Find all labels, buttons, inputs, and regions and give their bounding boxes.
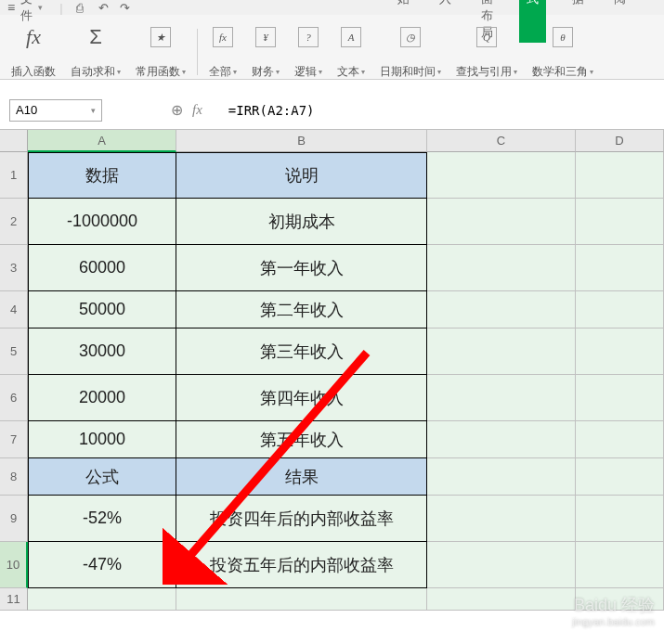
row-header-9[interactable]: 9 [0,496,28,542]
formula-input[interactable] [221,99,655,122]
col-header-c[interactable]: C [427,130,576,152]
lookup-icon: Q [476,24,497,50]
active-cell-ref: A10 [16,103,37,117]
cell-c4[interactable] [427,291,576,328]
cell-d10[interactable] [576,542,664,588]
cell-a4[interactable]: 50000 [28,291,176,328]
tool-autosum[interactable]: Σ 自动求和▾ [65,24,126,80]
cell-b1[interactable]: 说明 [176,152,427,199]
cell-b5[interactable]: 第三年收入 [176,328,427,375]
cell-c6[interactable] [427,375,576,421]
text-icon: A [341,24,361,50]
row-header-6[interactable]: 6 [0,375,28,421]
cell-c7[interactable] [427,421,576,458]
cell-c3[interactable] [427,245,576,291]
clock-icon: ◷ [400,24,421,50]
cell-a3[interactable]: 60000 [28,245,176,291]
cell-a6[interactable]: 20000 [28,375,176,421]
cell-c5[interactable] [427,328,576,375]
menu-icon[interactable]: ≡ [7,0,15,15]
tool-insert-function[interactable]: fx 插入函数 [6,24,61,80]
cell-a5[interactable]: 30000 [28,328,176,375]
cell-b10[interactable]: 投资五年后的内部收益率 [176,542,427,588]
row-header-10[interactable]: 10 [0,542,28,588]
row-header-11[interactable]: 11 [0,588,28,611]
star-fx-icon: ★ [150,24,171,50]
row-header-3[interactable]: 3 [0,245,28,291]
cell-d2[interactable] [576,199,664,245]
cell-c1[interactable] [427,152,576,199]
cell-d6[interactable] [576,375,664,421]
spreadsheet-grid[interactable]: A B C D 1 数据 说明 2 -1000000 初期成本 3 60000 … [0,130,664,611]
tool-lookup-ref[interactable]: Q 查找与引用▾ [450,24,523,80]
col-header-d[interactable]: D [576,130,664,152]
row-header-5[interactable]: 5 [0,328,28,375]
tool-logical[interactable]: ? 逻辑▾ [289,24,328,80]
name-box[interactable]: A10 ▾ [9,99,102,122]
cell-c2[interactable] [427,199,576,245]
cell-b11[interactable] [176,588,427,611]
cell-d4[interactable] [576,291,664,328]
row-header-7[interactable]: 7 [0,421,28,458]
col-header-b[interactable]: B [176,130,427,152]
cell-b6[interactable]: 第四年收入 [176,375,427,421]
save-icon[interactable]: ⎙ [76,1,84,15]
fx-icon[interactable]: fx [192,102,202,118]
row-header-8[interactable]: 8 [0,458,28,496]
cell-c9[interactable] [427,496,576,542]
chevron-down-icon: ▾ [38,3,43,12]
cell-c8[interactable] [427,458,576,496]
tool-common-functions[interactable]: ★ 常用函数▾ [130,24,191,80]
cell-d8[interactable] [576,458,664,496]
redo-icon[interactable]: ↷ [120,1,130,15]
chevron-down-icon: ▾ [91,106,96,115]
row-header-2[interactable]: 2 [0,199,28,245]
row-header-4[interactable]: 4 [0,291,28,328]
math-icon: θ [553,24,573,50]
ribbon-toolbar: fx 插入函数 Σ 自动求和▾ ★ 常用函数▾ fx 全部▾ ¥ 财务▾ ? 逻… [0,15,664,80]
file-menu[interactable]: 文件 [20,0,33,24]
watermark: Baidu 经验 jingyan.baidu.com [572,594,655,627]
cell-b7[interactable]: 第五年收入 [176,421,427,458]
undo-icon[interactable]: ↶ [98,1,109,15]
tool-math-trig[interactable]: θ 数学和三角▾ [527,24,599,80]
cell-a10[interactable]: -47% [28,542,176,588]
tool-all[interactable]: fx 全部▾ [203,24,242,80]
zoom-icon[interactable]: ⊕ [171,101,183,119]
logical-icon: ? [298,24,319,50]
cell-a2[interactable]: -1000000 [28,199,176,245]
cell-d1[interactable] [576,152,664,199]
financial-icon: ¥ [255,24,276,50]
cell-b8[interactable]: 结果 [176,458,427,496]
cell-c10[interactable] [427,542,576,588]
cell-a9[interactable]: -52% [28,496,176,542]
cell-b2[interactable]: 初期成本 [176,199,427,245]
cell-a8[interactable]: 公式 [28,458,176,496]
cell-a7[interactable]: 10000 [28,421,176,458]
select-all-corner[interactable] [0,130,28,152]
cell-b4[interactable]: 第二年收入 [176,291,427,328]
cell-b9[interactable]: 投资四年后的内部收益率 [176,496,427,542]
tab-review[interactable]: 审阅 [610,0,630,43]
row-header-1[interactable]: 1 [0,152,28,199]
tool-text[interactable]: A 文本▾ [332,24,371,80]
cell-b3[interactable]: 第一年收入 [176,245,427,291]
cell-d7[interactable] [576,421,664,458]
cell-a11[interactable] [28,588,176,611]
col-header-a[interactable]: A [28,130,176,152]
tool-date-time[interactable]: ◷ 日期和时间▾ [374,24,447,80]
tool-financial[interactable]: ¥ 财务▾ [246,24,285,80]
cell-c11[interactable] [427,588,576,611]
sigma-icon: Σ [89,24,102,50]
fx-icon: fx [26,24,41,50]
cell-d3[interactable] [576,245,664,291]
ribbon-tabs: ≡ 文件 ▾ | ⎙ ↶ ↷ 开始 插入 页面布局 公式 数据 审阅 视 [0,0,664,15]
cell-a1[interactable]: 数据 [28,152,176,199]
all-fx-icon: fx [213,24,233,50]
cell-d5[interactable] [576,328,664,375]
formula-bar: A10 ▾ ⊕ fx [0,91,664,130]
cell-d9[interactable] [576,496,664,542]
tab-view[interactable]: 视 [652,0,664,43]
